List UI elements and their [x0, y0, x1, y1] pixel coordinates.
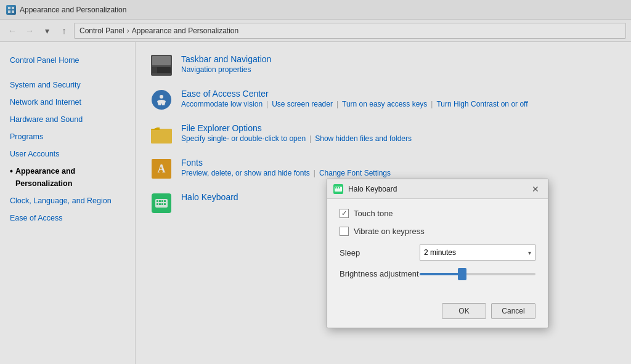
svg-rect-26 [337, 187, 338, 188]
modal-titlebar: Halo Keyboard ✕ [327, 179, 548, 199]
touch-tone-label: Touch tone [354, 209, 393, 218]
cancel-button[interactable]: Cancel [491, 303, 535, 319]
brightness-row: Brightness adjustment [340, 269, 535, 278]
ok-button[interactable]: OK [442, 303, 486, 319]
vibrate-row: Vibrate on keypress [340, 227, 535, 236]
modal-close-button[interactable]: ✕ [529, 183, 542, 195]
modal-overlay: Halo Keyboard ✕ ✓ Touch tone Vibrate on … [0, 0, 631, 364]
modal-title-text: Halo Keyboard [348, 185, 397, 193]
sleep-value: 2 minutes [424, 248, 456, 257]
svg-rect-25 [335, 187, 336, 188]
touch-tone-checkbox[interactable]: ✓ [340, 209, 349, 218]
brightness-slider-track[interactable] [420, 273, 535, 275]
vibrate-label: Vibrate on keypress [354, 227, 425, 236]
sleep-select-arrow: ▾ [528, 249, 531, 256]
brightness-label: Brightness adjustment [340, 269, 420, 278]
halo-keyboard-modal: Halo Keyboard ✕ ✓ Touch tone Vibrate on … [327, 179, 548, 328]
brightness-slider-fill [420, 273, 460, 275]
modal-body: ✓ Touch tone Vibrate on keypress Sleep 2… [327, 199, 548, 298]
vibrate-checkbox[interactable] [340, 227, 349, 236]
sleep-row: Sleep 2 minutes ▾ [340, 245, 535, 261]
sleep-select[interactable]: 2 minutes ▾ [420, 245, 535, 261]
touch-tone-checkmark: ✓ [341, 209, 347, 217]
modal-title-icon [333, 184, 343, 194]
brightness-slider-thumb[interactable] [458, 268, 466, 280]
touch-tone-row: ✓ Touch tone [340, 209, 535, 218]
modal-title-left: Halo Keyboard [333, 184, 397, 194]
sleep-label: Sleep [340, 248, 420, 257]
modal-footer: OK Cancel [327, 298, 548, 328]
svg-rect-27 [339, 187, 340, 188]
